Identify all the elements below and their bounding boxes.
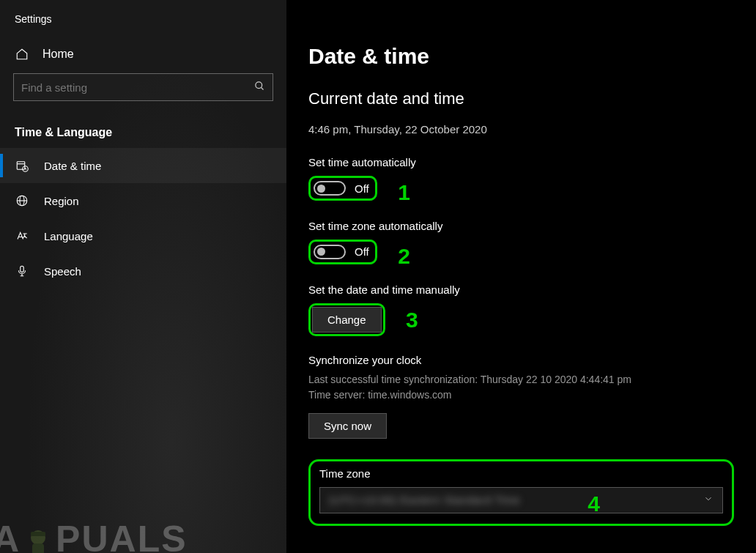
annotation-box-1: Off bbox=[308, 176, 377, 201]
svg-rect-12 bbox=[32, 543, 44, 553]
timezone-section: Time zone (UTC+10:00) Eastern Standard T… bbox=[308, 459, 734, 526]
svg-rect-13 bbox=[31, 532, 45, 536]
section-title: Current date and time bbox=[308, 89, 734, 108]
home-label: Home bbox=[42, 48, 74, 61]
sidebar-item-language[interactable]: Language bbox=[0, 218, 286, 253]
timezone-dropdown[interactable]: (UTC+10:00) Eastern Standard Time bbox=[319, 487, 723, 513]
toggle-state: Off bbox=[355, 245, 369, 258]
search-icon bbox=[254, 81, 265, 94]
toggle-state: Off bbox=[355, 182, 369, 195]
sync-info: Last successful time synchronization: Th… bbox=[308, 372, 734, 403]
change-button[interactable]: Change bbox=[312, 307, 382, 333]
set-time-auto-label: Set time automatically bbox=[308, 156, 734, 168]
annotation-number-4: 4 bbox=[588, 491, 600, 516]
set-manual-label: Set the date and time manually bbox=[308, 283, 734, 296]
set-manual-block: Set the date and time manually Change 3 bbox=[308, 283, 734, 336]
sync-section: Synchronize your clock Last successful t… bbox=[308, 354, 734, 439]
svg-point-0 bbox=[256, 82, 262, 89]
calendar-clock-icon bbox=[15, 158, 29, 173]
svg-rect-10 bbox=[21, 266, 24, 272]
sidebar-item-date-time[interactable]: Date & time bbox=[0, 148, 286, 183]
annotation-box-3: Change bbox=[308, 303, 385, 336]
sync-title: Synchronize your clock bbox=[308, 354, 734, 366]
language-icon bbox=[15, 229, 29, 243]
sidebar: Settings Home Time & Language Date & tim… bbox=[0, 0, 286, 553]
set-tz-auto-block: Set time zone automatically Off 2 bbox=[308, 220, 734, 269]
page-title: Date & time bbox=[308, 44, 734, 69]
sidebar-home[interactable]: Home bbox=[0, 40, 286, 73]
watermark: APUALS bbox=[0, 518, 188, 553]
timezone-value: (UTC+10:00) Eastern Standard Time bbox=[329, 494, 520, 506]
annotation-box-4: Time zone (UTC+10:00) Eastern Standard T… bbox=[308, 459, 734, 526]
svg-line-1 bbox=[261, 87, 263, 89]
set-time-auto-toggle[interactable] bbox=[314, 181, 346, 196]
svg-rect-2 bbox=[17, 162, 25, 170]
sidebar-item-speech[interactable]: Speech bbox=[0, 253, 286, 289]
set-tz-auto-label: Set time zone automatically bbox=[308, 220, 734, 232]
sync-now-button[interactable]: Sync now bbox=[308, 413, 387, 439]
annotation-number-3: 3 bbox=[406, 308, 418, 333]
current-datetime: 4:46 pm, Thursday, 22 October 2020 bbox=[308, 123, 734, 136]
sidebar-item-label: Language bbox=[44, 230, 93, 242]
timezone-label: Time zone bbox=[319, 467, 723, 480]
sync-last: Last successful time synchronization: Th… bbox=[308, 372, 734, 387]
sync-server: Time server: time.windows.com bbox=[308, 387, 734, 403]
home-icon bbox=[15, 47, 29, 62]
sidebar-item-label: Region bbox=[44, 195, 79, 207]
sidebar-item-label: Date & time bbox=[44, 160, 101, 172]
main-content: Date & time Current date and time 4:46 p… bbox=[286, 0, 756, 553]
chevron-down-icon bbox=[703, 494, 714, 507]
search-box[interactable] bbox=[13, 73, 273, 101]
annotation-number-1: 1 bbox=[398, 180, 410, 205]
annotation-number-2: 2 bbox=[398, 244, 410, 269]
microphone-icon bbox=[15, 264, 29, 278]
sidebar-item-region[interactable]: Region bbox=[0, 183, 286, 218]
set-tz-auto-toggle[interactable] bbox=[314, 245, 346, 259]
app-title: Settings bbox=[0, 13, 286, 40]
globe-icon bbox=[15, 193, 29, 208]
search-input[interactable] bbox=[21, 81, 254, 94]
category-header: Time & Language bbox=[0, 116, 286, 148]
sidebar-item-label: Speech bbox=[44, 265, 81, 278]
set-time-auto-block: Set time automatically Off 1 bbox=[308, 156, 734, 205]
annotation-box-2: Off bbox=[308, 240, 377, 264]
svg-line-6 bbox=[26, 169, 27, 170]
